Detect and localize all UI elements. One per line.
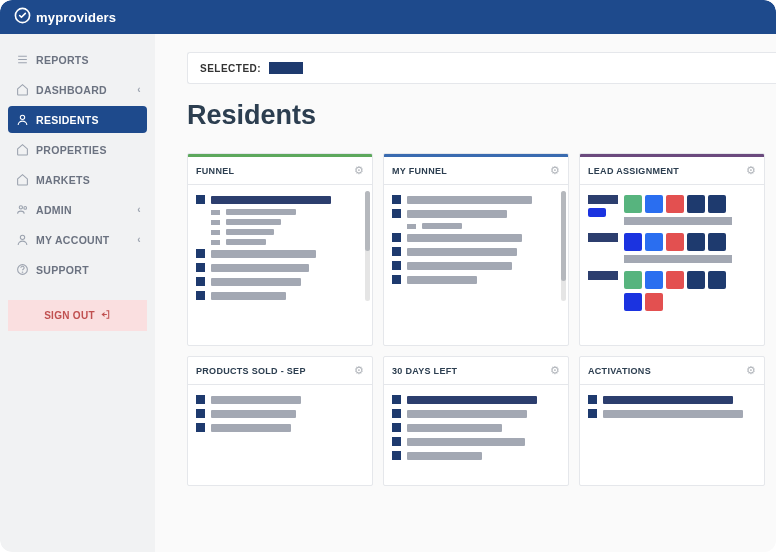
color-swatch[interactable] xyxy=(645,233,663,251)
color-swatch[interactable] xyxy=(624,293,642,311)
list-item[interactable] xyxy=(196,423,364,432)
card-header: FUNNEL ⚙ xyxy=(188,157,372,185)
selected-bar: SELECTED: xyxy=(187,52,776,84)
exit-icon xyxy=(100,309,111,322)
svg-point-5 xyxy=(19,206,22,209)
card-lead-assignment: LEAD ASSIGNMENT ⚙ xyxy=(579,153,765,346)
list-item[interactable] xyxy=(392,247,560,256)
color-swatch[interactable] xyxy=(645,195,663,213)
card-header: LEAD ASSIGNMENT ⚙ xyxy=(580,157,764,185)
color-swatch[interactable] xyxy=(624,195,642,213)
list-item[interactable] xyxy=(392,451,560,460)
home-icon xyxy=(16,83,29,96)
sidebar-item-properties[interactable]: PROPERTIES xyxy=(8,136,147,163)
sidebar-item-dashboard[interactable]: DASHBOARD ‹ xyxy=(8,76,147,103)
color-swatch[interactable] xyxy=(588,208,606,217)
gear-icon[interactable]: ⚙ xyxy=(550,364,560,377)
list-item[interactable] xyxy=(392,275,560,284)
users-icon xyxy=(16,203,29,216)
card-title: 30 DAYS LEFT xyxy=(392,366,457,376)
card-header: MY FUNNEL ⚙ xyxy=(384,157,568,185)
list-item[interactable] xyxy=(392,261,560,270)
color-swatch[interactable] xyxy=(624,271,642,289)
color-swatch[interactable] xyxy=(687,271,705,289)
gear-icon[interactable]: ⚙ xyxy=(746,364,756,377)
card-header: ACTIVATIONS ⚙ xyxy=(580,357,764,385)
color-swatch[interactable] xyxy=(666,271,684,289)
home-icon xyxy=(16,143,29,156)
list-sub-item xyxy=(211,229,364,235)
gear-icon[interactable]: ⚙ xyxy=(354,364,364,377)
list-item[interactable] xyxy=(196,291,364,300)
card-body xyxy=(580,185,764,345)
list-item[interactable] xyxy=(392,423,560,432)
home-icon xyxy=(16,173,29,186)
sidebar-item-residents[interactable]: RESIDENTS xyxy=(8,106,147,133)
sidebar: REPORTS DASHBOARD ‹ RESIDENTS PROPERTIES… xyxy=(0,34,155,552)
checkmark-circle-icon xyxy=(14,7,31,28)
color-swatch[interactable] xyxy=(687,195,705,213)
list-item[interactable] xyxy=(392,195,560,204)
color-swatch[interactable] xyxy=(645,271,663,289)
row-label xyxy=(588,195,618,204)
sidebar-item-markets[interactable]: MARKETS xyxy=(8,166,147,193)
sidebar-item-my-account[interactable]: MY ACCOUNT ‹ xyxy=(8,226,147,253)
scrollbar[interactable] xyxy=(561,191,566,301)
color-swatch[interactable] xyxy=(708,233,726,251)
selected-label: SELECTED: xyxy=(200,63,261,74)
gear-icon[interactable]: ⚙ xyxy=(550,164,560,177)
color-swatch[interactable] xyxy=(687,233,705,251)
list-item[interactable] xyxy=(588,409,756,418)
card-30-days-left: 30 DAYS LEFT ⚙ xyxy=(383,356,569,486)
scrollbar[interactable] xyxy=(365,191,370,301)
page-title: Residents xyxy=(187,100,776,131)
card-title: LEAD ASSIGNMENT xyxy=(588,166,679,176)
sidebar-item-reports[interactable]: REPORTS xyxy=(8,46,147,73)
list-item[interactable] xyxy=(196,277,364,286)
chevron-left-icon: ‹ xyxy=(137,204,141,215)
sidebar-item-label: DASHBOARD xyxy=(36,84,107,96)
gear-icon[interactable]: ⚙ xyxy=(354,164,364,177)
list-sub-item xyxy=(211,219,364,225)
list-item[interactable] xyxy=(196,263,364,272)
sidebar-item-label: RESIDENTS xyxy=(36,114,99,126)
sidebar-item-admin[interactable]: ADMIN ‹ xyxy=(8,196,147,223)
chevron-left-icon: ‹ xyxy=(137,84,141,95)
list-item[interactable] xyxy=(392,409,560,418)
list-item[interactable] xyxy=(196,249,364,258)
list-item[interactable] xyxy=(392,209,560,218)
card-my-funnel: MY FUNNEL ⚙ xyxy=(383,153,569,346)
chevron-left-icon: ‹ xyxy=(137,234,141,245)
sign-out-button[interactable]: SIGN OUT xyxy=(8,300,147,331)
list-item[interactable] xyxy=(196,195,364,204)
selected-value-placeholder xyxy=(269,62,303,74)
color-swatch[interactable] xyxy=(708,271,726,289)
gear-icon[interactable]: ⚙ xyxy=(746,164,756,177)
card-funnel: FUNNEL ⚙ xyxy=(187,153,373,346)
color-swatch[interactable] xyxy=(624,233,642,251)
color-swatch[interactable] xyxy=(666,195,684,213)
card-header: 30 DAYS LEFT ⚙ xyxy=(384,357,568,385)
color-swatch[interactable] xyxy=(666,233,684,251)
card-title: ACTIVATIONS xyxy=(588,366,651,376)
color-swatch[interactable] xyxy=(708,195,726,213)
topbar: myproviders xyxy=(0,0,776,34)
list-item[interactable] xyxy=(196,395,364,404)
user-icon xyxy=(16,233,29,246)
list-item[interactable] xyxy=(588,395,756,404)
list-item[interactable] xyxy=(392,395,560,404)
card-body xyxy=(580,385,764,485)
card-body xyxy=(384,385,568,485)
card-header: PRODUCTS SOLD - SEP ⚙ xyxy=(188,357,372,385)
sidebar-item-support[interactable]: SUPPORT xyxy=(8,256,147,283)
card-title: MY FUNNEL xyxy=(392,166,447,176)
sidebar-item-label: ADMIN xyxy=(36,204,72,216)
row-bar xyxy=(624,255,732,263)
sidebar-item-label: SUPPORT xyxy=(36,264,89,276)
color-swatch[interactable] xyxy=(645,293,663,311)
list-item[interactable] xyxy=(392,437,560,446)
list-item[interactable] xyxy=(392,233,560,242)
list-sub-item xyxy=(211,239,364,245)
svg-point-4 xyxy=(20,115,24,119)
list-item[interactable] xyxy=(196,409,364,418)
